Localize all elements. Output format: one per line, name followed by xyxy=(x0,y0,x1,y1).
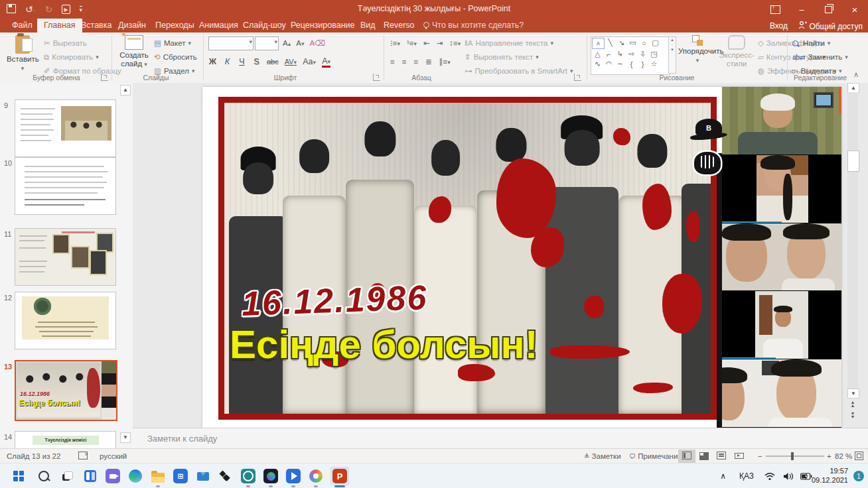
thumbnail-slide-9[interactable] xyxy=(15,99,116,157)
zoom-slider-thumb[interactable] xyxy=(791,452,794,460)
edge-button[interactable] xyxy=(126,467,145,485)
italic-button[interactable]: К xyxy=(223,57,232,66)
paragraph-dialog-launcher[interactable] xyxy=(574,74,581,81)
line-spacing-button[interactable]: ↕≡▾ xyxy=(449,39,461,47)
shape-arc-icon[interactable]: ◠ xyxy=(603,59,615,69)
collapse-ribbon-button[interactable]: ∧ xyxy=(853,70,859,79)
fit-to-window-button[interactable] xyxy=(855,449,863,463)
find-button[interactable]: Найти xyxy=(792,36,825,50)
clipboard-dialog-launcher[interactable] xyxy=(101,74,108,81)
audio-app-button[interactable] xyxy=(239,467,257,485)
grow-font-button[interactable]: А▴ xyxy=(283,39,291,47)
scroll-down-button[interactable]: ▼ xyxy=(847,389,859,398)
webex-button[interactable] xyxy=(261,467,280,485)
shape-left-brace-icon[interactable]: { xyxy=(626,59,637,69)
replace-button[interactable]: ab⇄ Заменить ▾ xyxy=(792,50,848,64)
comments-toggle[interactable]: 🗩 Примечания xyxy=(629,449,682,463)
thumbnail-slide-13-selected[interactable]: 16.12.1986 Есіңде болсын! xyxy=(15,360,117,421)
layout-button[interactable]: ▤ Макет ▾ xyxy=(154,36,191,50)
shape-arrow-icon[interactable]: ↘ xyxy=(616,38,627,48)
ribbon-display-options-button[interactable] xyxy=(762,0,788,19)
increase-indent-button[interactable]: ⇥ xyxy=(437,38,443,48)
zoom-out-button[interactable]: − xyxy=(758,449,762,463)
scroll-up-button[interactable]: ▲ xyxy=(847,83,859,93)
movies-tv-button[interactable] xyxy=(284,467,303,485)
text-shadow-button[interactable]: S xyxy=(252,57,261,66)
shape-line-icon[interactable]: ╲ xyxy=(605,38,616,48)
task-view-button[interactable] xyxy=(58,467,77,485)
widgets-button[interactable] xyxy=(81,467,100,485)
shape-oval-icon[interactable]: ○ xyxy=(638,38,650,48)
font-dialog-launcher[interactable] xyxy=(373,74,380,81)
clock-date[interactable]: 19:5709.12.2021 xyxy=(812,463,848,488)
tray-overflow-button[interactable]: ∧ xyxy=(720,463,726,488)
notes-toggle[interactable]: ≜ Заметки xyxy=(584,449,621,463)
zoom-in-button[interactable]: + xyxy=(827,449,832,463)
notes-pane[interactable]: Заметки к слайду xyxy=(133,428,868,449)
zoom-level[interactable]: 82 % xyxy=(835,449,852,463)
current-slide[interactable]: 16.12.1986 Есіңде болсын! B xyxy=(202,87,841,428)
thumbnail-slide-14[interactable]: Тәуелсіздік жемісі xyxy=(15,431,116,448)
align-left-button[interactable]: ≡ xyxy=(390,58,395,66)
align-right-button[interactable]: ≡ xyxy=(413,58,418,66)
underline-button[interactable]: Ч xyxy=(238,57,246,66)
slideshow-view-button[interactable] xyxy=(730,450,747,463)
shape-curve-icon[interactable]: ∼ xyxy=(615,59,626,69)
share-button[interactable]: Общий доступ xyxy=(798,21,863,31)
shape-star-icon[interactable]: ☆ xyxy=(648,59,660,69)
character-spacing-button[interactable]: AV▾ xyxy=(285,58,297,66)
shapes-gallery[interactable]: A ╲ ↘ ▭ ○ ▢ △ ⌐ ↳ ⇨ ⇩ ◳ ∿ ◠ ∼ { } ☆ xyxy=(591,36,670,75)
font-color-button[interactable]: А▾ xyxy=(322,56,330,68)
mail-button[interactable] xyxy=(194,467,212,485)
new-slide-button[interactable]: Создать слайд ▾ xyxy=(117,35,151,68)
language-indicator[interactable]: русский xyxy=(100,449,127,463)
taskbar-search-button[interactable] xyxy=(35,467,53,485)
columns-button[interactable]: ∥≡▾ xyxy=(439,57,451,66)
shape-triangle-icon[interactable]: △ xyxy=(592,49,603,59)
spellcheck-icon[interactable] xyxy=(78,449,88,463)
language-switcher[interactable]: ҚАЗ xyxy=(739,463,754,488)
minimize-button[interactable]: – xyxy=(788,0,815,19)
bold-button[interactable]: Ж xyxy=(208,57,217,66)
shape-elbow-arrow-icon[interactable]: ↳ xyxy=(615,49,626,59)
powerpoint-taskbar-button[interactable]: P xyxy=(330,467,349,485)
dropbox-button[interactable] xyxy=(216,467,235,485)
tab-review[interactable]: Рецензирование xyxy=(284,19,362,32)
tab-design[interactable]: Дизайн xyxy=(111,19,153,32)
shrink-font-button[interactable]: А▾ xyxy=(296,39,304,47)
bullets-button[interactable]: ⁝≡▾ xyxy=(390,38,400,48)
normal-view-button[interactable] xyxy=(678,450,695,463)
shape-rounded-rect-icon[interactable]: ▢ xyxy=(650,38,661,48)
shape-right-arrow-icon[interactable]: ⇨ xyxy=(626,49,637,59)
clear-formatting-button[interactable]: А⌫ xyxy=(309,38,325,48)
thumbnail-slide-12[interactable] xyxy=(15,292,116,349)
shape-rectangle-icon[interactable]: ▭ xyxy=(627,38,638,48)
shape-callout-icon[interactable]: ◳ xyxy=(648,49,660,59)
file-explorer-button[interactable] xyxy=(149,467,167,485)
slide-sorter-view-button[interactable] xyxy=(695,450,713,463)
sign-in-link[interactable]: Вход xyxy=(770,21,788,30)
microsoft-store-button[interactable]: ⊞ xyxy=(171,467,190,485)
notification-badge[interactable]: 1 xyxy=(853,463,864,488)
paste-button[interactable]: Вставить▾ xyxy=(7,35,38,72)
vertical-scrollbar-thumb[interactable] xyxy=(847,151,859,172)
restore-button[interactable] xyxy=(815,0,841,19)
reset-button[interactable]: ⟲ Сбросить xyxy=(154,50,197,64)
arrange-button[interactable]: Упорядочить▾ xyxy=(678,35,717,64)
shapes-gallery-scroll[interactable]: ▴·▾ xyxy=(668,36,676,74)
align-center-button[interactable]: ≡ xyxy=(402,58,407,66)
thumbnail-slide-11[interactable] xyxy=(15,228,116,286)
thumbnail-slide-10[interactable] xyxy=(15,157,116,215)
change-case-button[interactable]: Аа▾ xyxy=(303,57,316,66)
shape-right-brace-icon[interactable]: } xyxy=(637,59,648,69)
tell-me-box[interactable]: Что вы хотите сделать? xyxy=(417,19,530,32)
justify-button[interactable]: ≣ xyxy=(425,57,432,66)
slide-canvas[interactable]: 16.12.1986 Есіңде болсын! B xyxy=(133,83,868,428)
slide-photo-frame[interactable]: 16.12.1986 Есіңде болсын! xyxy=(218,97,717,420)
shape-freeform-icon[interactable]: ∿ xyxy=(592,59,603,69)
thumbnails-scroll-down-button[interactable]: ▼ xyxy=(120,432,131,443)
battery-icon[interactable] xyxy=(800,463,812,488)
decrease-indent-button[interactable]: ⇤ xyxy=(423,38,430,48)
thumbnails-scroll-up-button[interactable]: ▲ xyxy=(120,85,131,95)
vertical-scrollbar-track[interactable] xyxy=(847,92,858,389)
